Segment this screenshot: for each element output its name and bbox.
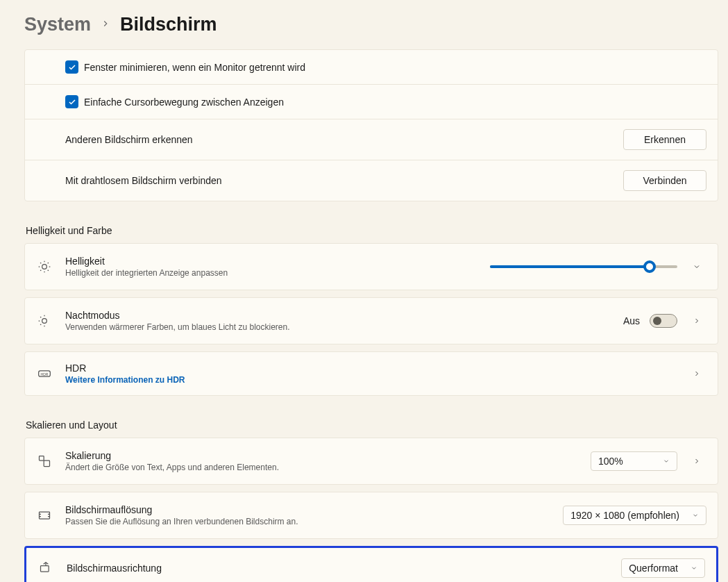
brightness-title: Helligkeit [65, 256, 490, 267]
breadcrumb: System Bildschirm [24, 14, 718, 35]
resolution-row[interactable]: Bildschirmauflösung Passen Sie die Auflö… [24, 492, 718, 539]
detect-display-row: Anderen Bildschirm erkennen Erkennen [25, 119, 718, 160]
svg-rect-24 [41, 566, 49, 572]
scale-value: 100% [598, 456, 623, 467]
cursor-label: Einfache Cursorbewegung zwischen Anzeige… [84, 97, 706, 108]
expand-brightness[interactable] [687, 263, 706, 271]
detect-label: Anderen Bildschirm erkennen [65, 134, 623, 145]
svg-point-9 [42, 319, 47, 324]
minimize-on-disconnect-row[interactable]: Fenster minimieren, wenn ein Monitor get… [25, 50, 718, 85]
night-mode-toggle[interactable] [650, 314, 677, 328]
brightness-row[interactable]: Helligkeit Helligkeit der integrierten A… [24, 243, 718, 290]
resolution-desc: Passen Sie die Auflösung an Ihren verbun… [65, 517, 563, 526]
scale-icon [36, 454, 65, 468]
wireless-display-row: Mit drahtlosem Bildschirm verbinden Verb… [25, 160, 718, 201]
section-brightness-heading: Helligkeit und Farbe [26, 225, 718, 236]
orientation-row[interactable]: Bildschirmausrichtung Querformat [24, 546, 718, 582]
open-scale[interactable] [687, 457, 706, 465]
svg-rect-18 [44, 460, 49, 466]
cursor-checkbox[interactable] [65, 95, 78, 108]
scale-row[interactable]: Skalierung Ändert die Größe von Text, Ap… [24, 438, 718, 485]
breadcrumb-current: Bildschirm [120, 14, 217, 35]
night-icon [36, 314, 65, 328]
brightness-desc: Helligkeit der integrierten Anzeige anpa… [65, 268, 490, 278]
resolution-title: Bildschirmauflösung [65, 504, 563, 515]
open-night-mode[interactable] [687, 317, 706, 325]
svg-line-11 [40, 317, 41, 317]
svg-line-13 [40, 324, 41, 325]
brightness-slider[interactable] [490, 265, 677, 268]
svg-line-3 [40, 263, 41, 263]
hdr-icon: HDR [36, 367, 65, 381]
scale-select[interactable]: 100% [591, 451, 677, 471]
chevron-right-icon [101, 17, 110, 32]
connect-button[interactable]: Verbinden [623, 170, 706, 191]
svg-rect-17 [40, 456, 44, 461]
svg-rect-19 [40, 512, 50, 519]
minimize-label: Fenster minimieren, wenn ein Monitor get… [84, 62, 706, 73]
display-options-group: Fenster minimieren, wenn ein Monitor get… [24, 49, 718, 201]
night-mode-title: Nachtmodus [65, 310, 623, 321]
open-hdr[interactable] [687, 369, 706, 378]
hdr-more-info-link[interactable]: Weitere Informationen zu HDR [65, 375, 687, 385]
breadcrumb-parent[interactable]: System [24, 14, 91, 35]
sun-icon [36, 260, 65, 274]
minimize-checkbox[interactable] [65, 60, 78, 74]
svg-line-4 [48, 270, 49, 271]
night-mode-state: Aus [623, 315, 640, 326]
resolution-value: 1920 × 1080 (empfohlen) [570, 510, 679, 521]
svg-text:HDR: HDR [41, 372, 49, 376]
detect-button[interactable]: Erkennen [623, 129, 706, 150]
svg-line-7 [40, 270, 41, 271]
night-mode-desc: Verwenden wärmerer Farben, um blaues Lic… [65, 322, 623, 332]
svg-point-0 [42, 265, 47, 269]
hdr-title: HDR [65, 363, 687, 374]
section-scale-heading: Skalieren und Layout [26, 419, 718, 431]
svg-line-8 [48, 263, 49, 263]
orientation-select[interactable]: Querformat [621, 558, 705, 578]
wireless-label: Mit drahtlosem Bildschirm verbinden [65, 175, 623, 186]
orientation-title: Bildschirmausrichtung [67, 563, 621, 574]
resolution-icon [36, 508, 65, 522]
resolution-select[interactable]: 1920 × 1080 (empfohlen) [563, 506, 706, 525]
orientation-value: Querformat [629, 563, 678, 574]
orientation-icon [37, 561, 67, 575]
hdr-row[interactable]: HDR HDR Weitere Informationen zu HDR [24, 351, 718, 396]
easy-cursor-row[interactable]: Einfache Cursorbewegung zwischen Anzeige… [25, 85, 718, 119]
night-mode-row[interactable]: Nachtmodus Verwenden wärmerer Farben, um… [24, 297, 718, 344]
scale-title: Skalierung [65, 450, 591, 461]
scale-desc: Ändert die Größe von Text, Apps und ande… [65, 463, 591, 472]
